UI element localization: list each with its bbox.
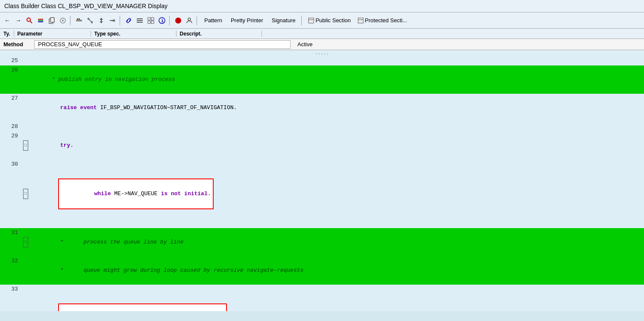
scroll-hint: ..... [0,50,644,56]
svg-rect-25 [151,18,154,20]
line-num-33: 33 [0,285,21,311]
red-circle-btn[interactable] [173,16,183,25]
line-num-28: 28 [0,122,21,131]
svg-rect-27 [151,21,154,24]
line-content-25 [30,56,644,65]
svg-line-1 [30,21,32,23]
svg-rect-26 [148,21,150,24]
sep4 [197,16,198,25]
info-btn[interactable]: i [157,16,167,25]
circle-btn[interactable] [58,16,68,25]
line-content-30: while ME->NAV_QUEUE is not initial. [30,160,644,228]
title-bar: Class Builder Class CL_BSP_WD_VIEW_MANAG… [0,0,644,12]
line-content-31: * process the queue line by line [30,228,644,256]
method-bar: Method PROCESS_NAV_QUEUE Active [0,39,644,50]
svg-rect-32 [309,18,314,23]
tab-btn[interactable] [108,16,117,25]
grid-btn[interactable] [146,16,156,25]
line-content-29: try. [30,131,644,160]
scissors-btn[interactable] [85,16,95,25]
code-line-30: 30 □ while ME->NAV_QUEUE is not initial. [0,160,644,228]
svg-rect-11 [79,18,80,20]
line-content-28 [30,122,644,131]
code-line-29: 29 □ try. [0,131,644,160]
line-content-32: * queue might grow during loop caused by… [30,256,644,285]
line-num-25: 25 [0,56,21,65]
method-value: PROCESS_NAV_QUEUE [34,40,291,49]
line-num-31: 31 [0,228,21,256]
pretty-printer-btn[interactable]: Pretty Printer [227,16,267,24]
sep5 [301,16,303,25]
line-content-27: raise event IF_BSP_WD_NAVIGATION~START_O… [30,94,644,122]
link-btn[interactable] [124,16,133,25]
svg-marker-16 [100,18,103,20]
column-headers: Ty. Parameter Type spec. Descript. [0,29,644,39]
copy-btn[interactable] [47,16,56,25]
typespec-col-header: Type spec. [91,31,176,37]
expand-30: □ [21,160,30,228]
protected-section-btn[interactable]: Protected Secti... [355,16,410,24]
svg-text:i: i [161,19,164,24]
ty-col-header: Ty. [0,31,14,37]
svg-rect-22 [137,20,143,21]
svg-line-12 [88,18,92,23]
line-num-26: 26 [0,65,21,94]
code-line-32: 32 * queue might grow during loop caused… [0,256,644,285]
sep3 [169,16,171,25]
line-num-29: 29 [0,131,21,160]
line-content-33: loop at ME->NAV_QUEUE into LS_NAV_STEP. [30,285,644,311]
svg-rect-21 [137,18,143,19]
code-line-27: 27 raise event IF_BSP_WD_NAVIGATION~STAR… [0,94,644,122]
forward-btn[interactable]: → [14,16,23,25]
expand-26 [21,65,30,94]
svg-rect-6 [50,18,54,22]
svg-rect-10 [77,18,78,20]
expand-25 [21,56,30,65]
list-btn[interactable] [135,16,144,25]
svg-rect-24 [148,18,150,20]
code-line-25: 25 [0,56,644,65]
signature-btn[interactable]: Signature [268,16,299,24]
svg-rect-23 [137,22,143,23]
expand-31: □ [21,228,30,256]
line-num-30: 30 [0,160,21,228]
svg-point-8 [62,20,64,21]
svg-rect-4 [38,21,43,22]
tool-btn[interactable] [74,16,84,25]
sep1 [70,16,72,25]
descript-col-header: Descript. [176,31,262,37]
parameter-col-header: Parameter [14,31,91,37]
svg-point-31 [188,18,191,21]
svg-point-30 [175,18,181,24]
expand-29: □ [21,131,30,160]
expand-28 [21,122,30,131]
pattern-btn[interactable]: Pattern [201,16,226,24]
page-title: Class Builder Class CL_BSP_WD_VIEW_MANAG… [4,3,168,9]
code-line-33: 33 □ loop at ME->NAV_QUEUE into LS_NAV_S… [0,285,644,311]
code-area[interactable]: 25 26 * publish entry in navigation proc… [0,56,644,311]
svg-rect-2 [38,19,43,20]
svg-rect-3 [38,20,43,21]
svg-rect-34 [358,18,363,23]
sep2 [120,16,121,25]
code-line-28: 28 [0,122,644,131]
expand-32 [21,256,30,285]
toolbar: ← → [0,12,644,29]
svg-marker-17 [100,21,103,23]
svg-rect-9 [76,20,82,21]
line-num-27: 27 [0,94,21,122]
expand-27 [21,94,30,122]
method-label: Method [0,41,34,48]
line-num-32: 32 [0,256,21,285]
line-content-26: * publish entry in navigation process [30,65,644,94]
svg-point-0 [27,18,30,21]
code-line-31: 31 □ * process the queue line by line [0,228,644,256]
method-status: Active [291,41,319,48]
arrows-btn[interactable] [97,16,106,25]
person-btn[interactable] [185,16,194,25]
search-btn[interactable] [25,16,34,25]
public-section-btn[interactable]: Public Section [306,16,353,24]
settings-btn[interactable] [36,16,45,25]
back-btn[interactable]: ← [3,16,12,25]
code-line-26: 26 * publish entry in navigation process [0,65,644,94]
